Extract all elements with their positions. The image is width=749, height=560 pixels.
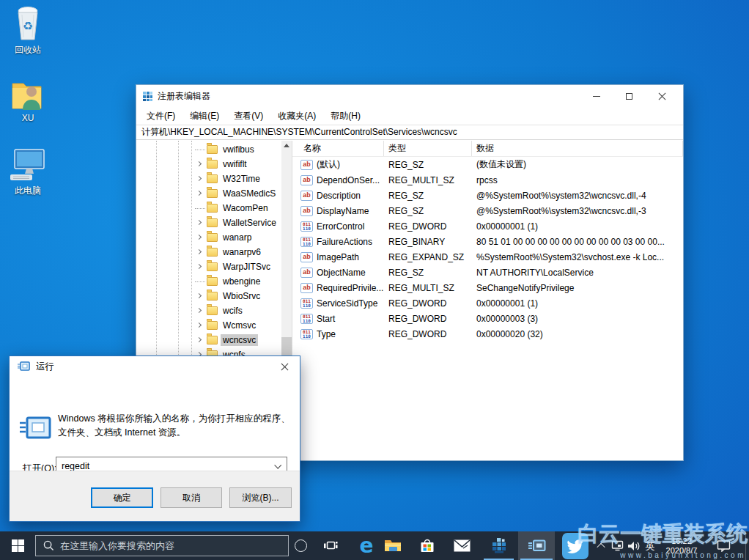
desktop-icon-user-folder[interactable]: XU xyxy=(1,73,54,123)
chevron-right-icon[interactable] xyxy=(195,232,205,243)
chevron-right-icon[interactable] xyxy=(195,262,205,272)
column-header-type[interactable]: 类型 xyxy=(384,141,472,156)
run-description: Windows 将根据你所输入的名称，为你打开相应的程序、 文件夹、文档或 In… xyxy=(58,412,292,440)
taskbar-search-input[interactable]: 在这里输入你要搜索的内容 xyxy=(35,535,289,556)
minimize-button[interactable] xyxy=(580,85,613,107)
tree-item[interactable]: wanarp xyxy=(136,230,281,245)
tree-item[interactable]: WacomPen xyxy=(136,201,281,215)
menu-item[interactable]: 查看(V) xyxy=(227,108,270,125)
show-desktop-button[interactable] xyxy=(745,531,749,560)
taskbar-regedit-button[interactable] xyxy=(482,531,516,560)
taskbar-twitter-button[interactable] xyxy=(558,531,592,560)
this-pc-icon xyxy=(1,145,54,182)
value-data: 0x00000020 (32) xyxy=(472,329,683,339)
string-value-icon: ab xyxy=(300,252,313,262)
value-row[interactable]: 011110ServiceSidTypeREG_DWORD0x00000001 … xyxy=(292,295,683,311)
menu-item[interactable]: 文件(F) xyxy=(140,108,182,125)
action-center-button[interactable] xyxy=(708,531,739,560)
value-type: REG_MULTI_SZ xyxy=(384,175,472,185)
chevron-right-icon[interactable] xyxy=(195,335,205,345)
tree-item[interactable]: wcifs xyxy=(136,303,281,318)
tray-expand-button[interactable] xyxy=(594,531,608,560)
tray-ime-button[interactable]: 英 xyxy=(642,531,658,560)
menu-item[interactable]: 收藏夹(A) xyxy=(271,108,322,125)
tree-item[interactable]: WalletService xyxy=(136,215,281,230)
value-data: 0x00000001 (1) xyxy=(472,221,683,232)
address-bar[interactable]: 计算机\HKEY_LOCAL_MACHINE\SYSTEM\CurrentCon… xyxy=(136,125,683,140)
desktop-icon-recycle-bin[interactable]: ♻ 回收站 xyxy=(1,4,54,56)
registry-value-list[interactable]: 名称 类型 数据 ab(默认)REG_SZ(数值未设置)abDependOnSe… xyxy=(292,141,683,460)
chevron-right-icon[interactable] xyxy=(195,159,205,169)
browse-button[interactable]: 浏览(B)... xyxy=(229,487,292,508)
value-name: FailureActions xyxy=(317,237,372,247)
chevron-right-icon[interactable] xyxy=(195,306,205,316)
chevron-right-icon[interactable] xyxy=(195,218,205,228)
tree-item[interactable]: vwififlt xyxy=(136,157,281,172)
scroll-up-icon[interactable] xyxy=(284,144,289,147)
folder-icon xyxy=(207,218,218,227)
value-row[interactable]: abDependOnSer...REG_MULTI_SZrpcss xyxy=(292,172,683,188)
tree-item[interactable]: wanarpv6 xyxy=(136,245,281,259)
tree-item-label: wanarpv6 xyxy=(221,246,263,258)
tree-item[interactable]: Wcmsvc xyxy=(136,318,281,333)
value-row[interactable]: 011110TypeREG_DWORD0x00000020 (32) xyxy=(292,326,683,342)
column-header-name[interactable]: 名称 xyxy=(292,141,384,156)
chevron-right-icon[interactable] xyxy=(195,174,205,184)
tree-item[interactable]: WbioSrvc xyxy=(136,289,281,303)
close-button[interactable] xyxy=(646,85,679,107)
value-row[interactable]: 011110FailureActionsREG_BINARY80 51 01 0… xyxy=(292,234,683,249)
cortana-button[interactable] xyxy=(286,531,315,560)
value-name: DisplayName xyxy=(317,206,369,216)
binary-value-icon: 011110 xyxy=(300,237,313,247)
value-row[interactable]: abRequiredPrivile...REG_MULTI_SZSeChange… xyxy=(292,280,683,295)
registry-titlebar[interactable]: 注册表编辑器 xyxy=(136,85,683,107)
chevron-right-icon[interactable] xyxy=(195,247,205,257)
value-row[interactable]: ab(默认)REG_SZ(数值未设置) xyxy=(292,157,683,172)
combo-dropdown-icon[interactable] xyxy=(274,462,281,469)
tree-item[interactable]: WaaSMedicS xyxy=(136,186,281,201)
value-name: ErrorControl xyxy=(317,221,364,232)
run-dialog-titlebar[interactable]: 运行 xyxy=(10,356,300,377)
store-button[interactable] xyxy=(410,531,443,560)
value-row[interactable]: 011110ErrorControlREG_DWORD0x00000001 (1… xyxy=(292,218,683,234)
value-row[interactable]: abImagePathREG_EXPAND_SZ%SystemRoot%\Sys… xyxy=(292,249,683,265)
windows-logo-icon xyxy=(12,539,24,552)
taskbar-run-button[interactable] xyxy=(518,531,555,560)
tree-item[interactable]: wcncsvc xyxy=(136,333,281,347)
value-row[interactable]: abObjectNameREG_SZNT AUTHORITY\LocalServ… xyxy=(292,265,683,280)
value-row[interactable]: abDescriptionREG_SZ@%SystemRoot%\system3… xyxy=(292,188,683,203)
tree-item[interactable]: wbengine xyxy=(136,274,281,289)
value-type: REG_SZ xyxy=(384,268,472,278)
value-data: 80 51 01 00 00 00 00 00 00 00 00 00 03 0… xyxy=(472,237,683,247)
mail-button[interactable] xyxy=(446,531,479,560)
run-close-button[interactable] xyxy=(269,356,300,377)
start-button[interactable] xyxy=(0,531,35,560)
desktop-icon-this-pc[interactable]: 此电脑 xyxy=(1,145,54,197)
string-value-icon: ab xyxy=(300,268,313,278)
tree-item[interactable]: vwifibus xyxy=(136,142,281,157)
menu-item[interactable]: 帮助(H) xyxy=(324,108,367,125)
column-header-data[interactable]: 数据 xyxy=(472,141,683,156)
screen: ♻ 回收站 XU 此电脑 xyxy=(0,0,749,560)
ok-button[interactable]: 确定 xyxy=(91,487,153,508)
chevron-right-icon[interactable] xyxy=(195,188,205,199)
tree-item[interactable]: W32Time xyxy=(136,172,281,186)
user-folder-icon xyxy=(1,73,54,110)
tree-connector xyxy=(195,281,205,282)
value-row[interactable]: abDisplayNameREG_SZ@%SystemRoot%\system3… xyxy=(292,203,683,218)
menu-item[interactable]: 编辑(E) xyxy=(183,108,226,125)
file-explorer-button[interactable] xyxy=(376,531,409,560)
cancel-button[interactable]: 取消 xyxy=(160,487,222,508)
value-type: REG_DWORD xyxy=(384,329,472,339)
maximize-button[interactable] xyxy=(613,85,646,107)
tray-volume-button[interactable] xyxy=(626,531,642,560)
value-row[interactable]: 011110StartREG_DWORD0x00000003 (3) xyxy=(292,311,683,326)
tree-item[interactable]: WarpJITSvc xyxy=(136,259,281,274)
chevron-right-icon[interactable] xyxy=(195,320,205,331)
tray-clock[interactable]: 16:22 2020/8/7 xyxy=(658,531,705,560)
tray-pc-status-button[interactable] xyxy=(609,531,625,560)
chevron-right-icon[interactable] xyxy=(195,291,205,301)
regedit-icon xyxy=(490,537,508,554)
list-header: 名称 类型 数据 xyxy=(292,141,683,157)
task-view-button[interactable] xyxy=(315,531,346,560)
